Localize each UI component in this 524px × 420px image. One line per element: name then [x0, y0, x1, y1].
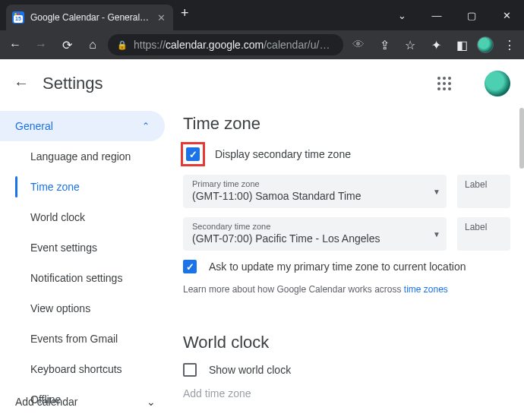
show-worldclock-checkbox[interactable] [183, 363, 197, 377]
new-tab-button[interactable]: + [173, 5, 197, 26]
sidepanel-icon[interactable]: ◧ [451, 34, 472, 55]
extensions-icon[interactable]: ✦ [425, 34, 447, 55]
sidebar-item-gmailevents[interactable]: Events from Gmail [15, 324, 171, 354]
tab-title: Google Calendar - General settin [30, 12, 151, 23]
dropdown-arrow-icon: ▼ [433, 188, 440, 196]
primary-timezone-value: (GMT-11:00) Samoa Standard Time [192, 190, 425, 202]
add-timezone-button[interactable]: Add time zone [183, 387, 510, 399]
primary-timezone-row: Primary time zone (GMT-11:00) Samoa Stan… [183, 175, 510, 208]
sidebar-category-label: General [15, 120, 53, 132]
timezone-info-link[interactable]: time zones [404, 284, 448, 295]
settings-sidebar: General ⌃ Language and region Time zone … [0, 108, 171, 420]
sidebar-item-eventsettings[interactable]: Event settings [15, 232, 171, 263]
display-secondary-checkbox[interactable] [186, 147, 200, 161]
kebab-menu-icon[interactable]: ⋮ [498, 34, 519, 55]
lock-icon: 🔒 [117, 40, 128, 50]
scrollbar[interactable] [519, 108, 524, 169]
browser-toolbar: ← → ⟳ ⌂ 🔒 https://calendar.google.com/ca… [0, 30, 524, 59]
reload-icon[interactable]: ⟳ [56, 34, 77, 55]
secondary-timezone-caption: Secondary time zone [192, 222, 425, 231]
back-icon[interactable]: ← [5, 34, 26, 55]
maximize-button[interactable]: ▢ [454, 3, 489, 27]
dropdown-arrow-icon: ▼ [433, 230, 440, 238]
ask-update-checkbox[interactable] [183, 260, 197, 273]
eye-icon[interactable]: 👁 [348, 34, 369, 55]
secondary-timezone-row: Secondary time zone (GMT-07:00) Pacific … [183, 217, 510, 251]
primary-timezone-label-input[interactable]: Label [457, 175, 510, 208]
primary-timezone-select[interactable]: Primary time zone (GMT-11:00) Samoa Stan… [183, 175, 447, 208]
chevron-down-icon: ⌄ [147, 396, 156, 408]
minimize-button[interactable]: — [419, 3, 454, 27]
profile-avatar-small[interactable] [477, 36, 494, 53]
browser-titlebar: Google Calendar - General settin ✕ + ⌄ —… [0, 0, 524, 30]
chevron-up-icon: ⌃ [142, 121, 150, 131]
page-title: Settings [43, 74, 103, 93]
section-title-worldclock: World clock [183, 333, 510, 352]
highlight-box [183, 144, 203, 164]
sidebar-item-worldclock[interactable]: World clock [15, 202, 171, 232]
sidebar-item-language[interactable]: Language and region [15, 141, 171, 172]
forward-icon: → [30, 34, 52, 55]
ask-update-row: Ask to update my primary time zone to cu… [183, 260, 510, 273]
sidebar-item-keyboard[interactable]: Keyboard shortcuts [15, 354, 171, 384]
address-bar[interactable]: 🔒 https://calendar.google.com/calendar/u… [108, 34, 343, 55]
chevron-down-icon[interactable]: ⌄ [384, 3, 419, 27]
url-text: https://calendar.google.com/calendar/u/0… [134, 39, 334, 51]
close-tab-icon[interactable]: ✕ [157, 12, 166, 24]
sidebar-item-viewoptions[interactable]: View options [15, 293, 171, 324]
show-worldclock-row: Show world clock [183, 363, 510, 377]
secondary-timezone-label-input[interactable]: Label [457, 217, 510, 251]
primary-timezone-caption: Primary time zone [192, 179, 425, 188]
display-secondary-row: Display secondary time zone [183, 144, 510, 164]
timezone-info-text: Learn more about how Google Calendar wor… [183, 284, 510, 295]
calendar-favicon [12, 11, 24, 24]
settings-back-button[interactable]: ← [14, 74, 29, 92]
show-worldclock-label: Show world clock [209, 364, 291, 376]
secondary-timezone-value: (GMT-07:00) Pacific Time - Los Angeles [192, 232, 425, 245]
sidebar-category-addcalendar[interactable]: Add calendar ⌄ [15, 387, 156, 417]
content-area: General ⌃ Language and region Time zone … [0, 108, 524, 420]
window-controls: ⌄ — ▢ ✕ [384, 0, 524, 30]
display-secondary-label: Display secondary time zone [215, 148, 351, 160]
apps-grid-icon[interactable] [437, 77, 451, 90]
close-window-button[interactable]: ✕ [489, 3, 524, 27]
section-title-timezone: Time zone [183, 114, 510, 134]
add-calendar-label: Add calendar [15, 396, 78, 408]
account-avatar[interactable] [485, 71, 510, 96]
app-header: ← Settings [0, 59, 524, 108]
sidebar-item-timezone[interactable]: Time zone [15, 172, 171, 202]
browser-tab[interactable]: Google Calendar - General settin ✕ [6, 5, 173, 30]
home-icon[interactable]: ⌂ [82, 34, 103, 55]
ask-update-label: Ask to update my primary time zone to cu… [209, 261, 466, 273]
share-icon[interactable]: ⇪ [374, 34, 395, 55]
sidebar-item-notifications[interactable]: Notification settings [15, 263, 171, 293]
bookmark-star-icon[interactable]: ☆ [399, 34, 421, 55]
sidebar-category-general[interactable]: General ⌃ [0, 111, 165, 141]
settings-main: Time zone Display secondary time zone Pr… [171, 108, 524, 420]
secondary-timezone-select[interactable]: Secondary time zone (GMT-07:00) Pacific … [183, 217, 447, 251]
